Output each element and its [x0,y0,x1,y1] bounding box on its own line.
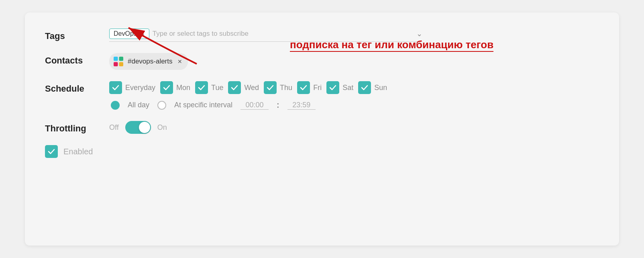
tags-label: Tags [45,29,109,41]
contacts-label: Contacts [45,53,109,66]
throttling-off-label: Off [109,123,119,132]
checkbox-thu[interactable] [264,81,277,94]
label-specific-interval: At specific interval [174,101,232,109]
tag-chip-close[interactable]: ✕ [140,31,145,37]
radio-specific-interval[interactable] [157,101,166,110]
checkbox-mon[interactable] [160,81,173,94]
throttling-label: Throttling [45,121,109,134]
label-mon: Mon [176,84,190,92]
settings-card: Tags DevOps ✕ Type or select tags to sub… [25,12,619,246]
schedule-label: Schedule [45,81,109,94]
label-thu: Thu [280,84,292,92]
time-row: All day At specific interval : [109,100,387,110]
time-separator: : [277,100,279,110]
day-thu: Thu [264,81,292,94]
checkbox-sat[interactable] [326,81,339,94]
enabled-label: Enabled [63,147,93,156]
label-wed: Wed [244,84,259,92]
checkbox-fri[interactable] [297,81,310,94]
label-sun: Sun [374,84,387,92]
enabled-row: Enabled [45,145,599,158]
contact-chip[interactable]: #devops-alerts ✕ [109,53,188,70]
checkbox-wed[interactable] [228,81,241,94]
label-allday: All day [128,101,149,109]
tags-placeholder: Type or select tags to subscribe [153,30,413,38]
day-tue: Tue [195,81,223,94]
svg-rect-1 [114,57,118,61]
tags-chevron-icon[interactable]: ⌄ [416,29,422,38]
tag-chip-label: DevOps [114,30,137,37]
day-sun: Sun [358,81,387,94]
contacts-content: #devops-alerts ✕ [109,53,599,70]
svg-rect-4 [119,62,124,67]
day-everyday: Everyday [109,81,155,94]
slack-icon [112,55,124,68]
throttling-toggle[interactable] [125,121,151,134]
checkbox-everyday[interactable] [109,81,122,94]
throttling-row: Throttling Off On [45,121,599,134]
schedule-row: Schedule Everyday Mon [45,81,599,110]
label-sat: Sat [342,84,353,92]
checkbox-tue[interactable] [195,81,208,94]
devops-tag-chip[interactable]: DevOps ✕ [109,29,149,39]
svg-rect-3 [114,62,118,67]
checkbox-sun[interactable] [358,81,371,94]
contacts-row: Contacts #devops-alerts ✕ [45,53,599,70]
throttling-content: Off On [109,121,167,134]
contact-chip-close[interactable]: ✕ [177,58,182,65]
annotation-text: подписка на тег или комбинацию тегов [290,39,493,52]
checkbox-enabled[interactable] [45,145,58,158]
day-wed: Wed [228,81,259,94]
label-everyday: Everyday [125,84,155,92]
days-row: Everyday Mon Tue [109,81,387,94]
day-mon: Mon [160,81,190,94]
toggle-thumb [139,122,150,133]
time-start-input[interactable] [240,101,269,110]
label-tue: Tue [211,84,223,92]
day-fri: Fri [297,81,322,94]
time-end-input[interactable] [287,101,316,110]
contact-chip-label: #devops-alerts [128,57,173,66]
schedule-content: Everyday Mon Tue [109,81,387,110]
radio-allday[interactable] [111,101,120,110]
svg-rect-2 [119,57,124,61]
throttling-on-label: On [157,123,167,132]
label-fri: Fri [313,84,322,92]
day-sat: Sat [326,81,353,94]
